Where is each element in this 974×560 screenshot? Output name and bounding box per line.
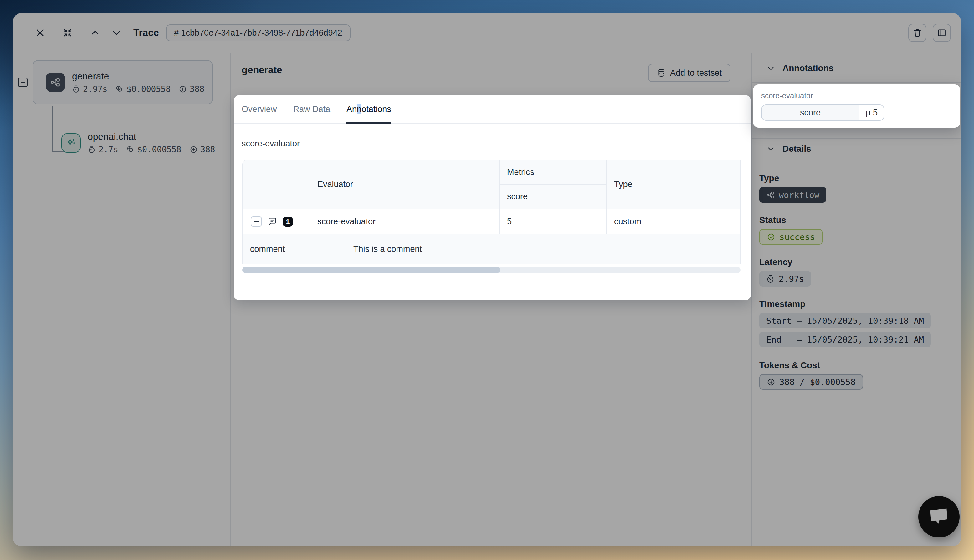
chevron-down-icon xyxy=(767,145,775,153)
tab-label: Raw Data xyxy=(293,105,330,114)
chat-launcher-button[interactable] xyxy=(918,496,960,537)
plus-circle-icon xyxy=(179,85,187,93)
trace-drawer: Trace # 1cbb70e7-34a1-7bb7-3498-771b7d46… xyxy=(13,13,961,546)
close-icon xyxy=(35,28,45,38)
drawer-columns: generate 2.97s $0.000558 xyxy=(13,53,961,546)
annotations-tab-panel: Overview Raw Data Annotations score-eval… xyxy=(234,95,751,300)
metric-name-segment[interactable]: score xyxy=(761,105,859,121)
annotations-collapse-button[interactable] xyxy=(767,64,775,72)
span-node-body: generate 2.97s $0.000558 xyxy=(72,71,204,94)
tab-label: Annotations xyxy=(347,105,391,114)
status-badge: success xyxy=(759,229,822,245)
workflow-icon xyxy=(46,73,65,92)
evaluator-section-title: score-evaluator xyxy=(242,139,751,148)
tab-label: Overview xyxy=(242,105,277,114)
span-node-openai-chat[interactable]: openai.chat 2.7s $0.000558 xyxy=(61,132,215,154)
span-node-generate[interactable]: generate 2.97s $0.000558 xyxy=(33,60,213,105)
start-timestamp-badge: Start — 15/05/2025, 10:39:18 AM xyxy=(759,313,931,328)
toggle-side-panel-button[interactable] xyxy=(933,24,951,42)
table-row: 1 score-evaluator 5 custom xyxy=(243,209,740,234)
horizontal-scrollbar[interactable] xyxy=(242,267,741,273)
tab-overview[interactable]: Overview xyxy=(242,95,277,123)
spacer xyxy=(759,350,961,360)
side-panel: Annotations score-evaluator score μ 5 xyxy=(751,53,961,546)
metric-sub-label: score xyxy=(500,185,606,209)
spacer xyxy=(759,245,961,257)
chevron-up-icon xyxy=(90,28,100,38)
cost-value: $0.000558 xyxy=(127,85,170,94)
row-tools-cell: 1 xyxy=(243,209,310,234)
spacer xyxy=(759,287,961,299)
metrics-group-label: Metrics xyxy=(500,160,606,185)
tokens-value: 388 xyxy=(190,85,204,94)
database-icon xyxy=(657,68,666,77)
add-to-testset-label: Add to testset xyxy=(670,68,722,78)
annotation-metric-pill: score μ 5 xyxy=(761,105,884,121)
status-label: Status xyxy=(759,215,961,225)
minus-icon xyxy=(21,82,25,83)
coins-icon xyxy=(115,85,123,93)
details-section-title: Details xyxy=(782,144,811,154)
type-badge: workflow xyxy=(759,187,826,203)
latency-badge: 2.97s xyxy=(759,271,811,287)
trace-id-badge[interactable]: # 1cbb70e7-34a1-7bb7-3498-771b7d46d942 xyxy=(166,24,350,41)
span-name: openai.chat xyxy=(88,132,215,142)
metric-value-segment[interactable]: μ 5 xyxy=(859,105,884,121)
tokens-stat: 388 xyxy=(190,145,215,154)
cell-score: 5 xyxy=(499,209,606,234)
comment-key-cell: comment xyxy=(243,234,346,264)
collapse-inward-icon xyxy=(63,28,73,38)
tokens-cost-badge: 388 / $0.000558 xyxy=(759,374,863,390)
header-cell-type: Type xyxy=(606,160,740,209)
chat-bubble-icon xyxy=(928,507,950,527)
active-tab-underline xyxy=(347,122,391,124)
table-header: Evaluator Metrics score Type xyxy=(243,160,740,209)
header-cell-metrics: Metrics score xyxy=(499,160,606,209)
add-to-testset-button[interactable]: Add to testset xyxy=(648,64,730,82)
cost-stat: $0.000558 xyxy=(127,145,182,154)
span-stats: 2.97s $0.000558 388 xyxy=(72,85,204,94)
annotation-card: score-evaluator score μ 5 xyxy=(753,85,960,128)
span-stats: 2.7s $0.000558 388 xyxy=(88,145,215,154)
collapse-button[interactable] xyxy=(63,28,73,38)
latency-label: Latency xyxy=(759,257,961,267)
plus-circle-icon xyxy=(767,378,775,387)
details-section-header: Details xyxy=(752,139,961,161)
tokens-stat: 388 xyxy=(179,85,204,94)
span-name: generate xyxy=(72,71,204,82)
collapse-row-button[interactable] xyxy=(251,217,262,227)
tokens-value: 388 xyxy=(201,145,215,154)
workflow-icon xyxy=(766,191,775,199)
tab-annotations[interactable]: Annotations xyxy=(347,95,391,123)
check-circle-icon xyxy=(767,233,775,241)
span-tree: generate 2.97s $0.000558 xyxy=(13,53,231,546)
cell-type: custom xyxy=(606,209,740,234)
cell-evaluator: score-evaluator xyxy=(310,209,499,234)
tokens-cost-label: Tokens & Cost xyxy=(759,360,961,370)
comment-row: comment This is a comment xyxy=(243,234,740,264)
panel-layout-icon xyxy=(937,28,946,38)
cost-stat: $0.000558 xyxy=(115,85,170,94)
scrollbar-thumb[interactable] xyxy=(242,267,500,273)
span-node-body: openai.chat 2.7s $0.000558 xyxy=(88,132,215,154)
trash-icon xyxy=(913,28,922,38)
next-span-button[interactable] xyxy=(112,28,122,38)
prev-span-button[interactable] xyxy=(90,28,100,38)
stopwatch-icon xyxy=(766,275,775,283)
span-detail-main: generate Add to testset Overview Raw Dat… xyxy=(231,53,751,546)
delete-trace-button[interactable] xyxy=(908,24,926,42)
type-value: workflow xyxy=(779,190,819,200)
details-collapse-button[interactable] xyxy=(767,145,775,153)
text-selection: n xyxy=(357,105,362,114)
stopwatch-icon xyxy=(72,85,80,93)
latency-value: 2.7s xyxy=(98,145,118,154)
comment-bubble-icon[interactable] xyxy=(267,217,277,227)
latency-stat: 2.97s xyxy=(72,85,107,94)
tree-collapse-toggle[interactable] xyxy=(18,78,28,87)
timestamp-label: Timestamp xyxy=(759,299,961,309)
tab-raw-data[interactable]: Raw Data xyxy=(293,95,330,123)
chevron-down-icon xyxy=(767,64,775,72)
topbar-actions xyxy=(908,24,951,42)
latency-value: 2.97s xyxy=(83,85,107,94)
close-button[interactable] xyxy=(35,28,45,38)
